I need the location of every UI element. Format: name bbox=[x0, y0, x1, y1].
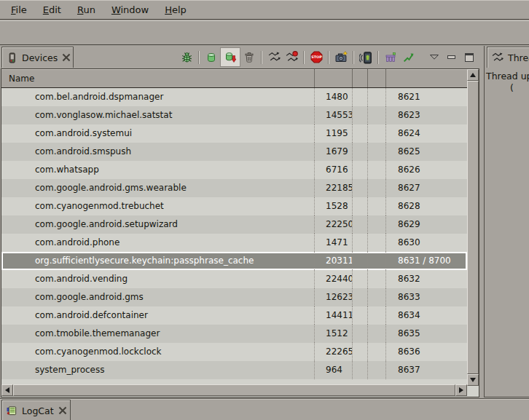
scroll-right-button[interactable] bbox=[455, 384, 467, 396]
method-profiling-icon[interactable] bbox=[283, 48, 300, 66]
update-heap-icon[interactable] bbox=[203, 48, 220, 66]
threads-message-line2: ( bbox=[510, 82, 514, 93]
process-port: 8621 bbox=[385, 88, 467, 106]
process-name: com.bel.android.dspmanager bbox=[1, 88, 314, 106]
tab-threads[interactable]: Threads bbox=[487, 47, 529, 68]
close-icon[interactable] bbox=[62, 53, 71, 62]
debug-icon[interactable] bbox=[178, 48, 195, 66]
process-name: com.cyanogenmod.lockclock bbox=[1, 343, 314, 361]
toolbar-separator bbox=[261, 51, 262, 64]
process-port: 8629 bbox=[385, 215, 467, 234]
table-row[interactable]: org.sufficientlysecure.keychain:passphra… bbox=[1, 252, 467, 270]
cause-gc-icon[interactable] bbox=[240, 48, 258, 66]
process-pid: 22250 bbox=[314, 215, 352, 234]
menu-item-file[interactable]: File bbox=[3, 2, 35, 17]
menu-item-run[interactable]: Run bbox=[69, 2, 103, 17]
process-name: com.vonglasow.michael.satstat bbox=[1, 106, 314, 124]
process-name: com.android.systemui bbox=[1, 124, 314, 143]
process-pid: 1528 bbox=[314, 197, 352, 215]
systrace-icon[interactable] bbox=[357, 48, 375, 66]
process-pid: 22265 bbox=[314, 343, 352, 361]
process-port: 8637 bbox=[385, 361, 467, 379]
update-threads-icon[interactable] bbox=[265, 48, 283, 66]
maximize-icon[interactable] bbox=[461, 48, 478, 66]
process-pid: 1195 bbox=[314, 124, 352, 143]
process-port: 8635 bbox=[385, 325, 467, 343]
table-row[interactable]: com.google.android.gms.wearable 22185 86… bbox=[1, 179, 467, 197]
view-menu-icon[interactable] bbox=[426, 48, 443, 66]
vertical-scroll-thumb[interactable] bbox=[467, 81, 479, 374]
scroll-down-button[interactable] bbox=[467, 374, 479, 386]
close-icon[interactable] bbox=[58, 406, 67, 415]
minimize-icon[interactable] bbox=[443, 48, 461, 66]
horizontal-scroll-thumb[interactable] bbox=[13, 384, 455, 396]
hierarchy-view-icon[interactable] bbox=[382, 48, 399, 66]
process-pid: 1471 bbox=[314, 234, 352, 252]
table-row[interactable]: com.google.android.setupwizard 22250 862… bbox=[1, 215, 467, 234]
horizontal-scrollbar[interactable] bbox=[1, 384, 467, 396]
process-name: com.android.phone bbox=[1, 234, 314, 252]
phone-icon bbox=[7, 52, 17, 63]
process-pid: 1679 bbox=[314, 143, 352, 161]
screen-capture-icon[interactable] bbox=[332, 48, 350, 66]
right-arrow-icon bbox=[459, 387, 463, 393]
tab-logcat-label: LogCat bbox=[22, 405, 54, 416]
scroll-up-button[interactable] bbox=[467, 69, 479, 81]
process-name: com.tmobile.thememanager bbox=[1, 325, 314, 343]
tab-devices-label: Devices bbox=[22, 52, 58, 63]
table-row[interactable]: com.android.systemui 1195 8624 bbox=[1, 124, 467, 143]
table-row[interactable]: com.android.defcontainer 14411 8634 bbox=[1, 306, 467, 325]
threads-message-line1: Thread up bbox=[486, 71, 529, 82]
table-row[interactable]: com.cyanogenmod.trebuchet 1528 8628 bbox=[1, 197, 467, 215]
opengl-trace-icon[interactable] bbox=[399, 48, 417, 66]
ddms-window: { "menu_bar": { "items": [ {"mnemonic": … bbox=[0, 0, 529, 420]
column-header-pid[interactable] bbox=[314, 69, 352, 87]
column-header-name[interactable]: Name bbox=[1, 69, 314, 87]
left-arrow-icon bbox=[5, 387, 9, 393]
stop-process-icon[interactable]: STOP bbox=[307, 48, 325, 66]
process-name: com.whatsapp bbox=[1, 161, 314, 179]
table-row[interactable]: com.android.vending 22440 8632 bbox=[1, 270, 467, 288]
process-name: com.google.android.gms bbox=[1, 288, 314, 306]
process-pid: 14553 bbox=[314, 106, 352, 124]
process-port: 8634 bbox=[385, 306, 467, 325]
process-port: 8630 bbox=[385, 234, 467, 252]
table-row[interactable]: com.vonglasow.michael.satstat 14553 8623 bbox=[1, 106, 467, 124]
table-header: Name bbox=[1, 69, 467, 88]
process-name: com.android.vending bbox=[1, 270, 314, 288]
process-port: 8628 bbox=[385, 197, 467, 215]
toolbar-separator bbox=[328, 51, 329, 64]
tab-threads-label: Threads bbox=[508, 52, 529, 63]
table-row[interactable]: com.android.phone 1471 8630 bbox=[1, 234, 467, 252]
table-row[interactable]: com.bel.android.dspmanager 1480 8621 bbox=[1, 88, 467, 106]
menu-item-edit[interactable]: Edit bbox=[35, 2, 69, 17]
menu-item-help[interactable]: Help bbox=[157, 2, 195, 17]
process-pid: 22185 bbox=[314, 179, 352, 197]
table-body: com.bel.android.dspmanager 1480 8621 com… bbox=[1, 88, 467, 379]
process-pid: 1480 bbox=[314, 88, 352, 106]
column-header-b[interactable] bbox=[367, 69, 385, 87]
table-row[interactable]: com.cyanogenmod.lockclock 22265 8636 bbox=[1, 343, 467, 361]
process-port: 8633 bbox=[385, 288, 467, 306]
process-port: 8631 / 8700 bbox=[385, 252, 467, 270]
scroll-left-button[interactable] bbox=[1, 384, 13, 396]
menu-item-window[interactable]: Window bbox=[103, 2, 157, 17]
process-name: com.android.smspush bbox=[1, 143, 314, 161]
column-header-port[interactable] bbox=[385, 69, 467, 87]
table-row[interactable]: com.android.smspush 1679 8625 bbox=[1, 143, 467, 161]
column-header-a[interactable] bbox=[352, 69, 367, 87]
table-row[interactable]: system_process 964 8637 bbox=[1, 361, 467, 379]
update-threads-icon bbox=[492, 52, 503, 63]
table-row[interactable]: com.google.android.gms 12623 8633 bbox=[1, 288, 467, 306]
toolbar-separator bbox=[353, 51, 354, 64]
dump-hprof-icon[interactable] bbox=[220, 47, 240, 67]
tab-devices[interactable]: Devices bbox=[1, 47, 74, 68]
table-row[interactable]: com.tmobile.thememanager 1512 8635 bbox=[1, 325, 467, 343]
process-table: Name com.bel.android.dspmanager 1480 862… bbox=[1, 68, 479, 397]
logcat-icon bbox=[7, 405, 17, 416]
vertical-scrollbar[interactable] bbox=[467, 69, 479, 386]
table-row[interactable]: com.whatsapp 6716 8626 bbox=[1, 161, 467, 179]
tab-logcat[interactable]: LogCat bbox=[1, 400, 71, 420]
process-port: 8636 bbox=[385, 343, 467, 361]
process-name: com.cyanogenmod.trebuchet bbox=[1, 197, 314, 215]
